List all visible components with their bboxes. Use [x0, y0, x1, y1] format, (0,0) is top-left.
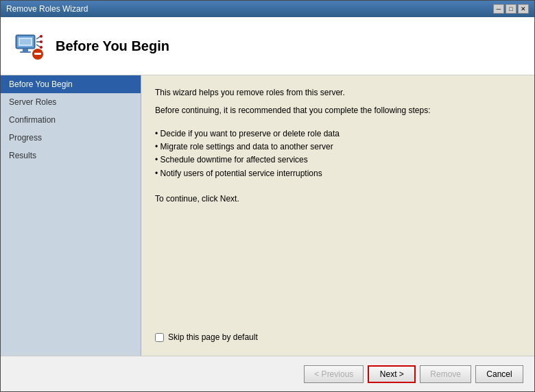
step-3: Schedule downtime for affected services: [155, 154, 521, 167]
maximize-button[interactable]: □: [506, 4, 516, 14]
wizard-footer: < Previous Next > Remove Cancel: [1, 356, 534, 391]
before-continuing-text: Before continuing, it is recommended tha…: [155, 104, 521, 117]
sidebar-item-before-you-begin[interactable]: Before You Begin: [1, 75, 141, 93]
skip-label[interactable]: Skip this page by default: [168, 332, 258, 342]
steps-list: Decide if you want to preserve or delete…: [155, 127, 521, 180]
cancel-button[interactable]: Cancel: [475, 365, 523, 383]
continue-text: To continue, click Next.: [155, 194, 521, 204]
remove-button[interactable]: Remove: [420, 365, 471, 383]
sidebar-item-results[interactable]: Results: [1, 147, 141, 164]
content-area: This wizard helps you remove roles from …: [141, 75, 534, 356]
skip-area: Skip this page by default: [155, 324, 521, 345]
step-1: Decide if you want to preserve or delete…: [155, 127, 521, 140]
next-button[interactable]: Next >: [368, 365, 416, 383]
sidebar: Before You Begin Server Roles Confirmati…: [1, 75, 141, 356]
svg-rect-5: [20, 51, 31, 53]
title-bar: Remove Roles Wizard ─ □ ✕: [1, 1, 534, 17]
sidebar-item-confirmation[interactable]: Confirmation: [1, 111, 141, 129]
intro-text: This wizard helps you remove roles from …: [155, 86, 521, 99]
title-bar-left: Remove Roles Wizard: [6, 4, 88, 14]
wizard-title: Before You Begin: [56, 38, 169, 54]
wizard-body: Before You Begin Server Roles Confirmati…: [1, 75, 534, 356]
title-bar-controls: ─ □ ✕: [493, 4, 529, 14]
window-title: Remove Roles Wizard: [6, 4, 88, 14]
svg-rect-13: [34, 53, 41, 55]
sidebar-item-progress[interactable]: Progress: [1, 129, 141, 147]
skip-checkbox[interactable]: [155, 333, 164, 342]
svg-point-9: [40, 35, 43, 38]
minimize-button[interactable]: ─: [493, 4, 504, 14]
svg-point-11: [40, 46, 43, 49]
svg-point-10: [40, 40, 43, 43]
sidebar-item-server-roles[interactable]: Server Roles: [1, 93, 141, 111]
wizard-window: Remove Roles Wizard ─ □ ✕: [0, 0, 535, 392]
step-2: Migrate role settings and data to anothe…: [155, 140, 521, 154]
close-button[interactable]: ✕: [518, 4, 529, 14]
svg-rect-3: [20, 39, 31, 45]
svg-rect-4: [23, 49, 28, 51]
step-4: Notify users of potential service interr…: [155, 167, 521, 180]
wizard-header: Before You Begin: [1, 17, 534, 75]
wizard-icon: [12, 29, 45, 62]
previous-button[interactable]: < Previous: [304, 365, 364, 383]
